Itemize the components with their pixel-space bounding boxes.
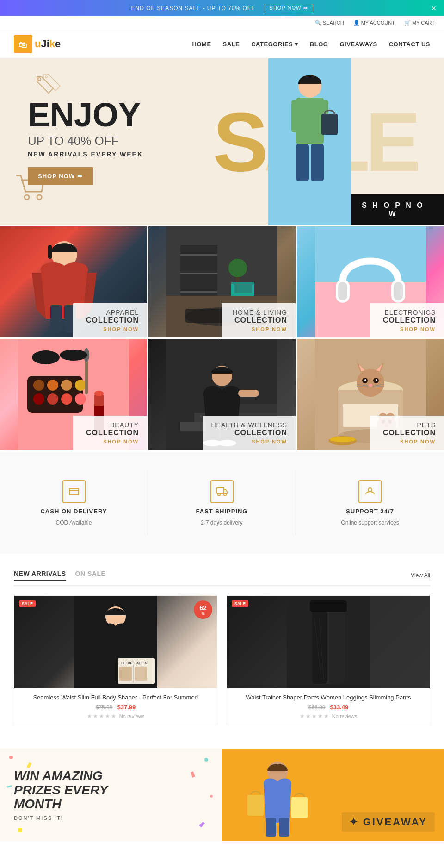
- discount-badge-1: 62 %: [194, 600, 212, 619]
- electronics-name: ELECTRONICS: [378, 309, 436, 316]
- nav-giveaways[interactable]: GIVEAWAYS: [339, 41, 377, 48]
- svg-rect-24: [180, 291, 217, 293]
- product-info-2: Waist Trainer Shaper Pants Women Legging…: [227, 688, 430, 725]
- nav-blog[interactable]: BLOG: [310, 41, 328, 48]
- star-2-4: ★: [318, 713, 323, 719]
- collections-grid: APPAREL COLLECTION SHOP NOW: [0, 226, 444, 450]
- star-2-5: ★: [324, 713, 329, 719]
- pets-shop: SHOP NOW: [378, 439, 436, 444]
- confetti-dot-5: [18, 828, 22, 832]
- homeliving-shop: SHOP NOW: [230, 326, 287, 332]
- homeliving-name: HOME & LIVING: [230, 309, 287, 316]
- collection-apparel[interactable]: APPAREL COLLECTION SHOP NOW: [0, 226, 147, 337]
- collection-beauty[interactable]: BEAUTY COLLECTION SHOP NOW: [0, 339, 147, 450]
- shipping-title: FAST SHIPPING: [196, 508, 248, 515]
- svg-rect-27: [231, 293, 254, 296]
- svg-point-97: [224, 493, 226, 496]
- pets-label: COLLECTION: [378, 429, 436, 437]
- product-image-2: SALE: [227, 596, 430, 688]
- beauty-name: BEAUTY: [81, 421, 139, 429]
- giveaway-right[interactable]: ✦ GIVEAWAY: [222, 749, 444, 841]
- nav-sale[interactable]: SALE: [223, 41, 240, 48]
- hero-shop-now-btn[interactable]: SHOP NOW ⇒: [28, 167, 93, 185]
- svg-rect-18: [48, 245, 52, 259]
- hero-content: ENJOY UP TO 40% OFF NEW ARRIVALS EVERY W…: [0, 80, 171, 204]
- health-name: HEALTH & WELLNESS: [211, 421, 287, 429]
- discount-pct-1: 62: [199, 604, 207, 612]
- product-card-1[interactable]: BEFORE AFTER SALE 62 % Seamless Waist Sl…: [14, 595, 217, 725]
- products-section: NEW ARRIVALS ON SALE View All: [0, 556, 444, 739]
- original-price-1: $75.99: [96, 704, 113, 711]
- svg-point-47: [61, 393, 72, 405]
- giveaway-left[interactable]: WIN AMAZING PRIZES EVERY MONTH DON'T MIS…: [0, 749, 222, 841]
- product-info-1: Seamless Waist Slim Full Body Shaper - P…: [14, 688, 217, 725]
- svg-rect-10: [311, 144, 324, 181]
- svg-rect-21: [180, 245, 217, 296]
- beauty-label: COLLECTION: [81, 429, 139, 437]
- product-card-2[interactable]: SALE Waist Trainer Shaper Pants Women Le…: [227, 595, 430, 725]
- top-banner: END OF SEASON SALE - UP TO 70% OFF SHOP …: [0, 0, 444, 16]
- product-name-1: Seamless Waist Slim Full Body Shaper - P…: [20, 694, 211, 701]
- product-prices-1: $75.99 $37.99: [20, 704, 211, 711]
- svg-point-46: [47, 393, 58, 405]
- view-all-link[interactable]: View All: [411, 572, 430, 579]
- product-image-1: BEFORE AFTER SALE 62 %: [14, 596, 217, 688]
- collection-pets[interactable]: PETS COLLECTION SHOP NOW: [297, 339, 444, 450]
- products-tabs: NEW ARRIVALS ON SALE: [14, 570, 105, 581]
- pets-name: PETS: [378, 421, 436, 429]
- hero-new-arrivals: NEW ARRIVALS EVERY WEEK: [28, 150, 143, 158]
- svg-rect-118: [266, 818, 276, 837]
- svg-rect-38: [394, 282, 403, 300]
- nav-categories[interactable]: CATEGORIES ▾: [251, 41, 298, 48]
- my-cart-link[interactable]: 🛒 MY CART: [404, 20, 435, 26]
- logo[interactable]: 🛍 uJike: [14, 35, 61, 53]
- nav-home[interactable]: HOME: [192, 41, 211, 48]
- collection-homeliving[interactable]: HOME & LIVING COLLECTION SHOP NOW: [148, 226, 296, 337]
- cod-icon: [62, 480, 86, 503]
- electronics-shop: SHOP NOW: [378, 326, 436, 332]
- banner-shop-now[interactable]: SHOP NOW ⇒: [265, 4, 313, 12]
- star-2-2: ★: [306, 713, 311, 719]
- svg-rect-101: [106, 658, 115, 679]
- confetti-dot-2: [26, 762, 31, 768]
- tab-new-arrivals[interactable]: NEW ARRIVALS: [14, 570, 66, 581]
- search-link[interactable]: 🔍 SEARCH: [315, 20, 344, 26]
- hero-shop-now-bar[interactable]: S H O P N O W: [342, 194, 444, 225]
- tab-on-sale[interactable]: ON SALE: [75, 570, 106, 581]
- beauty-shop: SHOP NOW: [81, 439, 139, 444]
- hero-off: UP TO 40% OFF: [28, 134, 143, 148]
- pets-overlay: PETS COLLECTION SHOP NOW: [370, 416, 444, 450]
- svg-point-41: [33, 380, 44, 391]
- svg-point-80: [369, 384, 372, 387]
- svg-rect-9: [296, 144, 309, 181]
- header: 🛍 uJike HOME SALE CATEGORIES ▾ BLOG GIVE…: [0, 30, 444, 58]
- svg-rect-7: [291, 100, 301, 132]
- giveaway-right-text: ✦ GIVEAWAY: [342, 812, 435, 832]
- svg-rect-108: [135, 667, 147, 681]
- svg-text:🛍: 🛍: [18, 40, 27, 50]
- banner-text: END OF SEASON SALE - UP TO 70% OFF: [131, 5, 255, 12]
- svg-point-92: [330, 437, 356, 442]
- hero-enjoy: ENJOY: [28, 98, 143, 131]
- collection-health[interactable]: HEALTH & WELLNESS COLLECTION SHOP NOW: [148, 339, 296, 450]
- my-account-link[interactable]: 👤 MY ACCOUNT: [353, 20, 395, 26]
- star-1-4: ★: [105, 713, 110, 719]
- svg-rect-95: [217, 487, 224, 493]
- stars-1: ★ ★ ★ ★ ★ No reviews: [20, 713, 211, 719]
- confetti-dot-4: [191, 771, 195, 777]
- svg-point-48: [75, 393, 86, 405]
- svg-text:BEFORE: BEFORE: [121, 662, 135, 665]
- apparel-name: APPAREL: [81, 309, 139, 316]
- svg-point-42: [47, 380, 58, 391]
- hero-banner: ENJOY UP TO 40% OFF NEW ARRIVALS EVERY W…: [0, 58, 444, 225]
- health-overlay: HEALTH & WELLNESS COLLECTION SHOP NOW: [203, 416, 296, 450]
- nav-contact[interactable]: CONTACT US: [389, 41, 430, 48]
- support-sub: Online support services: [341, 519, 399, 526]
- banner-close[interactable]: ✕: [431, 5, 437, 12]
- collection-electronics[interactable]: ELECTRONICS COLLECTION SHOP NOW: [297, 226, 444, 337]
- sale-badge-1: SALE: [19, 600, 36, 607]
- apparel-overlay: APPAREL COLLECTION SHOP NOW: [73, 303, 147, 337]
- svg-rect-22: [180, 254, 217, 256]
- svg-point-44: [75, 380, 86, 391]
- products-header: NEW ARRIVALS ON SALE View All: [14, 570, 430, 586]
